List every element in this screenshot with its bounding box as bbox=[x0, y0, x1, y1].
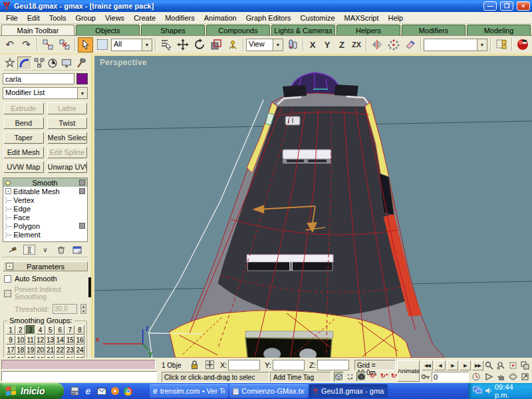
smoothing-group-button[interactable]: 9 bbox=[6, 335, 15, 344]
show-end-result-icon[interactable]: ][ bbox=[23, 245, 35, 255]
utilities-tab[interactable] bbox=[73, 57, 87, 70]
smoothing-group-button[interactable]: 15 bbox=[65, 335, 74, 344]
modifier-button[interactable]: UVW Map bbox=[3, 161, 44, 173]
zoom-extents-icon[interactable] bbox=[507, 360, 519, 370]
pin-stack-icon[interactable] bbox=[7, 245, 19, 255]
menu-item[interactable]: Animation bbox=[200, 13, 241, 23]
smoothing-group-button[interactable]: 1 bbox=[6, 325, 15, 334]
min-max-toggle-icon[interactable] bbox=[519, 372, 531, 382]
select-object-button[interactable] bbox=[78, 37, 93, 53]
modify-tab[interactable] bbox=[17, 57, 33, 70]
auto-smooth-checkbox[interactable] bbox=[4, 275, 11, 283]
viewport-canvas[interactable]: x z y bbox=[94, 56, 532, 358]
stack-row-edge[interactable]: ¦----Edge bbox=[3, 204, 87, 213]
restrict-y-button[interactable]: Y bbox=[321, 37, 334, 53]
next-frame-button[interactable]: ▶ bbox=[460, 360, 471, 370]
object-name-field[interactable] bbox=[3, 73, 74, 84]
spinner-snap-up-icon[interactable]: ↻⁺ bbox=[380, 373, 388, 379]
track-view-icon[interactable] bbox=[493, 37, 509, 53]
select-by-name-icon[interactable] bbox=[158, 37, 174, 53]
configure-modifier-sets-icon[interactable] bbox=[71, 245, 83, 255]
menu-item[interactable]: Views bbox=[100, 13, 129, 23]
outlook-icon[interactable] bbox=[96, 386, 106, 396]
dropdown-arrow-icon[interactable]: ▼ bbox=[142, 39, 152, 51]
mirror-icon[interactable] bbox=[369, 37, 384, 53]
snapshot-eraser-icon[interactable] bbox=[402, 37, 418, 53]
select-and-manipulate-icon[interactable] bbox=[225, 37, 240, 53]
toolbar-tab[interactable]: Modeling bbox=[467, 25, 531, 35]
taskbar-window-trensim[interactable]: e trensim.com • Ver Te... bbox=[150, 384, 228, 398]
dropdown-arrow-icon[interactable]: ▼ bbox=[477, 39, 487, 51]
menu-item[interactable]: Create bbox=[129, 13, 160, 23]
animate-button[interactable]: Animate bbox=[397, 360, 420, 382]
stack-row-vertex[interactable]: ¦----Vertex bbox=[3, 196, 87, 204]
smoothing-group-button[interactable]: 3 bbox=[26, 325, 35, 334]
menu-item[interactable]: File bbox=[1, 13, 23, 23]
x-coord-field[interactable] bbox=[228, 360, 260, 370]
restore-button[interactable]: ❒ bbox=[500, 1, 513, 11]
smoothing-group-button[interactable]: 12 bbox=[36, 335, 45, 344]
restrict-z-button[interactable]: Z bbox=[335, 37, 348, 53]
menu-item[interactable]: Tools bbox=[45, 13, 71, 23]
close-button[interactable]: × bbox=[517, 1, 530, 11]
dropdown-arrow-icon[interactable]: ▼ bbox=[273, 39, 283, 51]
toolbar-tab[interactable]: Shapes bbox=[141, 25, 205, 35]
modifier-button[interactable]: Lathe bbox=[47, 102, 88, 114]
dropdown-arrow-icon[interactable]: ▼ bbox=[77, 88, 87, 98]
smoothing-group-button[interactable]: 14 bbox=[55, 335, 65, 344]
stack-state-box[interactable] bbox=[79, 188, 85, 194]
toolbar-tab[interactable]: Objects bbox=[76, 25, 140, 35]
smoothing-group-button[interactable]: 5 bbox=[46, 325, 55, 334]
perspective-viewport[interactable]: x z y Perspective bbox=[93, 55, 532, 358]
select-and-scale-icon[interactable] bbox=[208, 37, 223, 53]
toolbar-tab[interactable]: Helpers bbox=[336, 25, 400, 35]
absolute-mode-icon[interactable] bbox=[205, 360, 215, 371]
threshold-spinner[interactable]: ▲▼ bbox=[80, 304, 86, 314]
chrome-icon[interactable] bbox=[123, 386, 133, 396]
rectangular-selection-region-icon[interactable] bbox=[94, 37, 110, 53]
smoothing-group-button[interactable]: 17 bbox=[6, 345, 15, 354]
toolbar-tab[interactable]: Main Toolbar bbox=[1, 25, 74, 35]
smoothing-group-button[interactable]: 23 bbox=[65, 345, 74, 354]
smoothing-group-button[interactable]: 20 bbox=[36, 345, 45, 354]
motion-tab[interactable] bbox=[46, 57, 60, 70]
modifier-button[interactable]: Extrude bbox=[3, 102, 44, 114]
time-configuration-icon[interactable] bbox=[471, 372, 481, 382]
panel-scrollbar[interactable] bbox=[88, 277, 91, 297]
make-unique-icon[interactable]: ∨ bbox=[39, 245, 51, 255]
key-mode-icon[interactable] bbox=[421, 372, 430, 382]
toolbar-tab[interactable]: Lights & Cameras bbox=[271, 25, 335, 35]
smoothing-group-button[interactable]: 19 bbox=[26, 345, 35, 354]
menu-item[interactable]: Edit bbox=[23, 13, 45, 23]
redo-icon[interactable]: ↷ bbox=[19, 37, 34, 53]
macro-recorder-field[interactable] bbox=[1, 360, 156, 370]
viewport-label[interactable]: Perspective bbox=[100, 58, 147, 67]
spinner-snap-icon[interactable]: ↻³ bbox=[370, 373, 377, 379]
reference-coordinate-dropdown[interactable]: View ▼ bbox=[246, 39, 283, 51]
menu-item[interactable]: Customize bbox=[296, 13, 340, 23]
stack-row-element[interactable]: ¦----Element bbox=[3, 230, 87, 239]
create-tab[interactable] bbox=[3, 57, 17, 70]
remove-modifier-icon[interactable] bbox=[55, 245, 67, 255]
smoothing-group-button[interactable]: 21 bbox=[46, 345, 55, 354]
modifier-bulb-icon[interactable] bbox=[5, 180, 11, 186]
zoom-icon[interactable] bbox=[483, 360, 495, 370]
select-and-link-icon[interactable] bbox=[40, 37, 55, 53]
material-editor-icon[interactable] bbox=[515, 37, 530, 53]
display-tab[interactable] bbox=[60, 57, 74, 70]
start-button[interactable]: Inicio bbox=[0, 383, 64, 399]
menu-item[interactable]: Modifiers bbox=[160, 13, 200, 23]
smoothing-group-button[interactable]: 16 bbox=[75, 335, 84, 344]
toolbar-tab[interactable]: Compounds bbox=[206, 25, 270, 35]
volume-icon[interactable] bbox=[485, 387, 492, 396]
maxscript-listener-field[interactable] bbox=[1, 371, 157, 382]
undo-icon[interactable]: ↶ bbox=[2, 37, 17, 53]
percent-snap-icon[interactable] bbox=[356, 372, 366, 382]
modifier-button[interactable]: Unwrap UVW bbox=[47, 161, 88, 173]
smoothing-group-button[interactable]: 7 bbox=[65, 325, 74, 334]
smoothing-group-button[interactable]: 4 bbox=[36, 325, 45, 334]
modifier-button[interactable]: Edit Mesh bbox=[3, 146, 44, 158]
restrict-x-button[interactable]: X bbox=[306, 37, 319, 53]
field-of-view-icon[interactable] bbox=[483, 372, 495, 382]
hierarchy-tab[interactable] bbox=[32, 57, 46, 70]
